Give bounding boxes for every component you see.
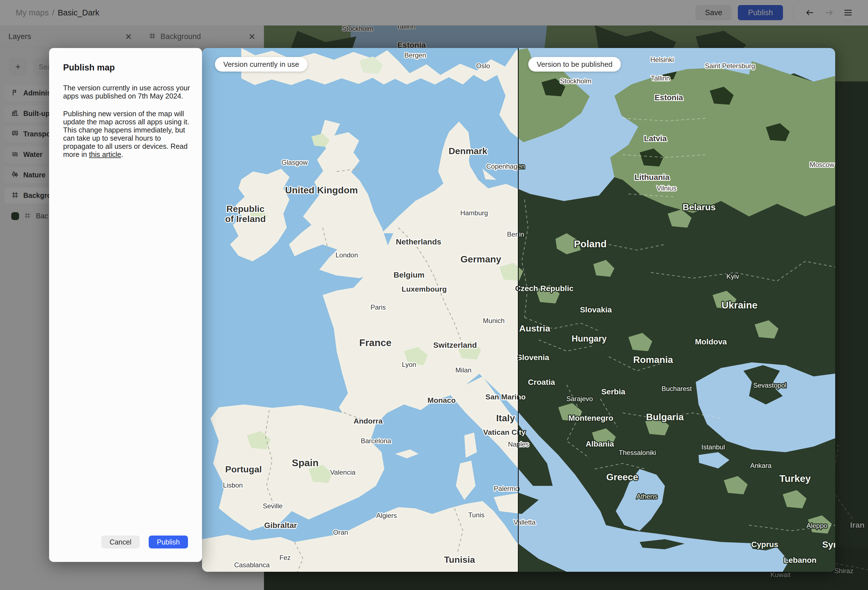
map-label: San Marino (518, 393, 526, 401)
modal-paragraph-2: Publishing new version of the map will u… (63, 110, 193, 158)
current-version-badge: Version currently in use (215, 57, 307, 72)
map-label: Glasgow (281, 158, 308, 166)
map-label: Vatican City (483, 428, 518, 436)
map-label: Lebanon (784, 556, 817, 565)
map-label: Luxembourg (402, 285, 447, 293)
new-version-badge: Version to be published (528, 57, 621, 72)
map-label: Bergen (404, 51, 426, 59)
map-label: Copenhagen (518, 163, 525, 170)
map-label: Bucharest (661, 385, 692, 392)
map-label: Casablanca (234, 561, 270, 569)
map-label: Istanbul (701, 443, 725, 451)
map-label: Lyon (402, 361, 416, 368)
map-label: Stockholm (560, 77, 591, 85)
map-label: Oslo (476, 62, 490, 69)
map-label: Moscow (810, 161, 835, 169)
map-label: Copenhagen (486, 163, 518, 170)
map-label: Italy (496, 413, 515, 423)
map-label: Andorra (353, 417, 383, 425)
map-label: Munich (483, 317, 505, 324)
map-label: Athens (636, 492, 658, 500)
map-label: Oran (333, 528, 348, 536)
map-label: Hamburg (461, 209, 488, 217)
map-label: Greece (606, 472, 638, 482)
map-label: Hungary (572, 334, 607, 343)
map-label: Turkey (779, 473, 811, 484)
map-label: Montenegro (568, 414, 613, 423)
map-label: Fez (279, 554, 291, 561)
map-label: Austria (519, 323, 551, 333)
map-label: Bulgaria (646, 412, 684, 422)
map-label: Lisbon (223, 481, 243, 489)
map-label: Valencia (330, 469, 356, 476)
map-label: Berlin (507, 231, 518, 238)
version-compare-window[interactable]: BergenOsloGlasgowRepublicof IrelandUnite… (202, 48, 835, 572)
map-label: Portugal (225, 464, 262, 475)
map-label: Ukraine (722, 300, 757, 311)
map-label: Poland (574, 238, 607, 249)
map-label: Tallinn (651, 74, 670, 82)
modal-paragraph-1: The version currently in use across your… (63, 84, 193, 100)
map-label: Gibraltar (264, 521, 297, 529)
map-label: Sarajevo (567, 395, 593, 402)
map-label: Spain (292, 457, 319, 468)
map-label: Switzerland (433, 341, 477, 349)
map-label: Paris (371, 303, 386, 311)
map-label: Helsinki (650, 56, 674, 64)
map-label: Monaco (428, 396, 456, 404)
map-label: United Kingdom (285, 185, 358, 195)
map-label: Moldova (695, 337, 727, 346)
map-label: Lithuania (635, 173, 670, 182)
map-label: San Marino (485, 393, 518, 401)
map-label: Croatia (528, 378, 555, 386)
publish-modal: Publish map The version currently in use… (49, 48, 202, 562)
map-label: Ankara (750, 462, 772, 469)
map-label: Valletta (518, 518, 536, 526)
map-label: Netherlands (396, 238, 441, 246)
map-label: Romania (633, 355, 673, 365)
map-label: Aleppo (807, 522, 828, 529)
map-label: Kyiv (726, 272, 739, 280)
map-label: Seville (263, 502, 283, 510)
map-version-new[interactable]: BergenOsloGlasgowRepublicof IrelandUnite… (518, 48, 835, 572)
map-label: Sevastopol (753, 382, 787, 389)
map-label: Barcelona (361, 437, 391, 445)
map-label: Berlin (518, 231, 524, 238)
map-label: Vatican City (518, 428, 526, 436)
map-label: Estonia (654, 93, 683, 102)
map-label: Syria (822, 540, 835, 550)
modal-title: Publish map (63, 63, 202, 73)
map-label: Latvia (644, 134, 667, 143)
this-article-link[interactable]: this article (89, 151, 121, 158)
map-label: Slovakia (580, 305, 612, 314)
map-label: Milan (455, 366, 471, 374)
map-label: Tunis (468, 511, 484, 519)
map-label: Slovenia (518, 353, 549, 362)
map-label: Vilnius (657, 185, 676, 192)
map-label: Denmark (449, 146, 487, 156)
map-label: Thessaloniki (619, 449, 656, 456)
map-label: Serbia (601, 387, 625, 396)
modal-paragraph-2-text: Publishing new version of the map will u… (63, 110, 189, 158)
publish-confirm-button[interactable]: Publish (149, 535, 188, 549)
map-label: France (359, 337, 392, 348)
map-label: Saint Petersburg (705, 62, 755, 69)
map-editor-app: StockholmTallinnEstoniaKuwaitIranShiraz … (0, 0, 868, 590)
map-label: Belarus (683, 202, 716, 212)
map-label: London (335, 251, 358, 259)
map-label: Czech Republic (518, 284, 573, 293)
modal-footer: Cancel Publish (101, 535, 188, 549)
map-label: Algiers (376, 512, 397, 519)
map-label: Belgium (394, 271, 424, 279)
cancel-button[interactable]: Cancel (101, 535, 140, 549)
map-version-current[interactable]: BergenOsloGlasgowRepublicof IrelandUnite… (202, 48, 518, 572)
compare-divider[interactable] (518, 48, 519, 572)
modal-paragraph-2-end: . (121, 151, 123, 158)
map-label: Albania (586, 439, 614, 448)
map-label: of Ireland (225, 214, 266, 224)
map-label: Naples (508, 441, 518, 448)
map-label: Palermo (494, 485, 518, 492)
map-label: Naples (518, 441, 529, 448)
map-label: Tunisia (444, 555, 475, 565)
map-label: Cyprus (751, 540, 778, 549)
